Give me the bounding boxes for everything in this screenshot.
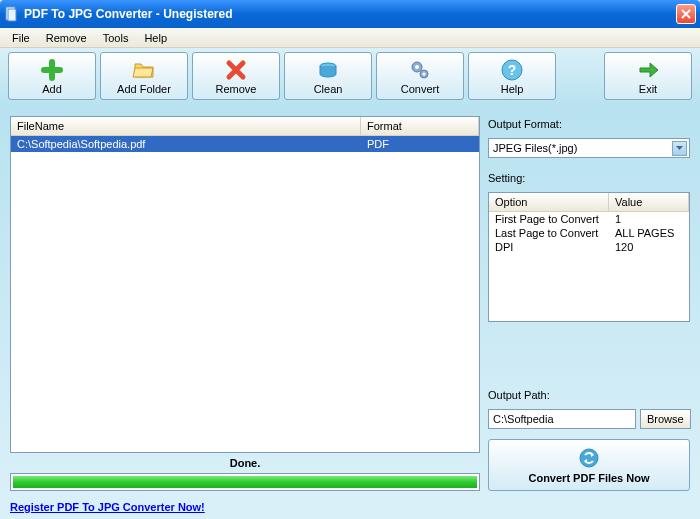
gears-icon: [408, 58, 432, 82]
svg-rect-1: [8, 9, 16, 21]
clean-label: Clean: [314, 83, 343, 95]
footer: Register PDF To JPG Converter Now!: [0, 501, 700, 519]
settings-row[interactable]: DPI120: [489, 240, 689, 254]
cell-filename: C:\Softpedia\Softpedia.pdf: [11, 136, 361, 152]
convert-button[interactable]: Convert: [376, 52, 464, 100]
col-option[interactable]: Option: [489, 193, 609, 211]
progress-fill: [13, 476, 477, 488]
table-row[interactable]: C:\Softpedia\Softpedia.pdf PDF: [11, 136, 479, 152]
menu-file[interactable]: File: [4, 30, 38, 46]
col-value[interactable]: Value: [609, 193, 689, 211]
convert-now-label: Convert PDF Files Now: [528, 472, 649, 484]
close-icon: [681, 9, 691, 19]
settings-table[interactable]: Option Value First Page to Convert1 Last…: [488, 192, 690, 322]
remove-button[interactable]: Remove: [192, 52, 280, 100]
chevron-down-icon: [672, 141, 687, 156]
output-format-label: Output Format:: [488, 116, 690, 132]
left-panel: FileName Format C:\Softpedia\Softpedia.p…: [10, 116, 480, 491]
content-area: FileName Format C:\Softpedia\Softpedia.p…: [0, 106, 700, 501]
help-icon: ?: [500, 58, 524, 82]
status-label: Done.: [10, 453, 480, 473]
menu-tools[interactable]: Tools: [95, 30, 137, 46]
x-icon: [224, 58, 248, 82]
svg-text:?: ?: [508, 62, 517, 78]
browse-button[interactable]: Browse: [640, 409, 691, 429]
col-format[interactable]: Format: [361, 117, 479, 135]
add-label: Add: [42, 83, 62, 95]
titlebar[interactable]: PDF To JPG Converter - Unegistered: [0, 0, 700, 28]
convert-label: Convert: [401, 83, 440, 95]
close-button[interactable]: [676, 4, 696, 24]
exit-label: Exit: [639, 83, 657, 95]
settings-header[interactable]: Option Value: [489, 193, 689, 212]
svg-point-6: [423, 72, 426, 75]
remove-label: Remove: [216, 83, 257, 95]
clean-button[interactable]: Clean: [284, 52, 372, 100]
register-link[interactable]: Register PDF To JPG Converter Now!: [10, 501, 205, 513]
output-format-value: JPEG Files(*.jpg): [493, 142, 672, 154]
folder-icon: [132, 58, 156, 82]
settings-row[interactable]: First Page to Convert1: [489, 212, 689, 226]
right-panel: Output Format: JPEG Files(*.jpg) Setting…: [488, 116, 690, 491]
clean-icon: [316, 58, 340, 82]
svg-point-9: [580, 449, 598, 467]
app-icon: [4, 6, 20, 22]
exit-button[interactable]: Exit: [604, 52, 692, 100]
progress-bar: [10, 473, 480, 491]
convert-now-button[interactable]: Convert PDF Files Now: [488, 439, 690, 491]
exit-arrow-icon: [636, 58, 660, 82]
settings-row[interactable]: Last Page to ConvertALL PAGES: [489, 226, 689, 240]
add-folder-label: Add Folder: [117, 83, 171, 95]
plus-icon: [40, 58, 64, 82]
add-button[interactable]: Add: [8, 52, 96, 100]
list-header[interactable]: FileName Format: [11, 117, 479, 136]
window-title: PDF To JPG Converter - Unegistered: [24, 7, 676, 21]
file-list[interactable]: FileName Format C:\Softpedia\Softpedia.p…: [10, 116, 480, 453]
cell-format: PDF: [361, 136, 479, 152]
output-format-dropdown[interactable]: JPEG Files(*.jpg): [488, 138, 690, 158]
convert-now-icon: [577, 446, 601, 470]
menubar: File Remove Tools Help: [0, 28, 700, 48]
svg-point-4: [415, 65, 419, 69]
toolbar: Add Add Folder Remove Clean Convert ? He…: [0, 48, 700, 106]
help-label: Help: [501, 83, 524, 95]
output-path-label: Output Path:: [488, 387, 690, 403]
menu-remove[interactable]: Remove: [38, 30, 95, 46]
settings-label: Setting:: [488, 170, 690, 186]
output-path-input[interactable]: [488, 409, 636, 429]
add-folder-button[interactable]: Add Folder: [100, 52, 188, 100]
path-row: Browse: [488, 409, 690, 429]
col-filename[interactable]: FileName: [11, 117, 361, 135]
menu-help[interactable]: Help: [136, 30, 175, 46]
help-button[interactable]: ? Help: [468, 52, 556, 100]
